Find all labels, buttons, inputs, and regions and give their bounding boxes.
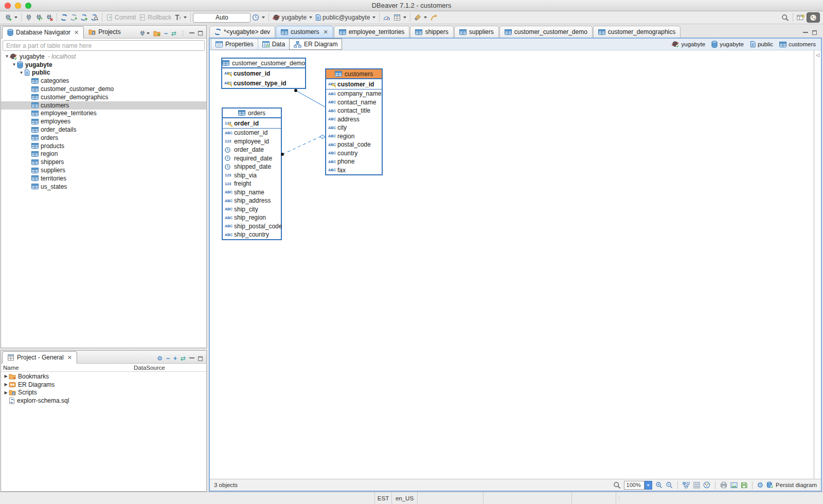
entity-customer_customer_demo[interactable]: customer_customer_demoABCcustomer_idABCc… bbox=[221, 58, 306, 89]
dropdown-caret-icon[interactable] bbox=[14, 16, 17, 19]
entity-column-required_date[interactable]: required_date bbox=[223, 154, 281, 163]
grid-visibility-button[interactable] bbox=[693, 481, 700, 489]
print-button[interactable] bbox=[720, 481, 727, 489]
expander-icon[interactable]: ▼ bbox=[4, 54, 10, 59]
zoom-level-combo[interactable]: 100%▾ bbox=[624, 481, 652, 490]
link-with-editor-icon[interactable]: ⇄ bbox=[171, 30, 176, 37]
dropdown-caret-icon[interactable] bbox=[309, 16, 312, 19]
tree-item-employees[interactable]: employees bbox=[1, 117, 206, 125]
tree-item-suppliers[interactable]: suppliers bbox=[1, 166, 206, 174]
collapse-all-icon[interactable]: − bbox=[166, 355, 170, 362]
palette-strip[interactable]: ◁ bbox=[814, 50, 821, 479]
tree-item-yugabyte[interactable]: ▼yugabyte- localhost bbox=[1, 52, 206, 61]
locale-indicator[interactable]: en_US bbox=[392, 492, 418, 504]
dropdown-caret-icon[interactable] bbox=[372, 16, 375, 19]
link-with-editor-icon[interactable]: ⇄ bbox=[181, 355, 186, 362]
dropdown-caret-icon[interactable] bbox=[184, 16, 187, 19]
maximize-panel-icon[interactable] bbox=[198, 31, 203, 35]
tab-customer-demographics[interactable]: customer_demographics bbox=[593, 26, 681, 38]
gear-icon[interactable]: ⚙ bbox=[157, 355, 163, 362]
expand-palette-icon[interactable]: ◁ bbox=[816, 53, 819, 479]
connect-button[interactable] bbox=[24, 12, 34, 23]
tab-shippers[interactable]: shippers bbox=[410, 26, 453, 38]
org-chart-button[interactable] bbox=[683, 482, 690, 489]
tree-item-customer_customer_demo[interactable]: customer_customer_demo bbox=[1, 85, 206, 93]
maximize-window-button[interactable] bbox=[25, 3, 31, 9]
magnifier-button[interactable] bbox=[613, 481, 621, 489]
results-layout-button[interactable] bbox=[392, 12, 408, 23]
project-item-explorr-schema.sql[interactable]: explorr-schema.sql bbox=[1, 397, 206, 405]
connection-selector-button[interactable]: yugabyte bbox=[271, 12, 314, 23]
entity-column-customer_id[interactable]: ABCcustomer_id bbox=[222, 68, 305, 78]
entity-column-country[interactable]: ABCcountry bbox=[326, 149, 382, 158]
tree-item-shippers[interactable]: shippers bbox=[1, 158, 206, 166]
minimize-panel-icon[interactable] bbox=[189, 32, 194, 33]
minimize-panel-icon[interactable] bbox=[189, 357, 194, 358]
entity-header[interactable]: orders bbox=[223, 109, 281, 118]
expander-icon[interactable]: ▼ bbox=[11, 62, 17, 67]
entity-column-order_id[interactable]: 123order_id bbox=[223, 118, 281, 128]
tree-item-customer_demographics[interactable]: customer_demographics bbox=[1, 93, 206, 101]
project-item-Bookmarks[interactable]: ▶Bookmarks bbox=[1, 372, 206, 381]
persist-diagram-button[interactable]: Persist diagram bbox=[766, 481, 817, 489]
table-filter-input[interactable] bbox=[3, 40, 205, 51]
minimize-panel-icon[interactable] bbox=[803, 31, 808, 33]
transaction-mode-button[interactable] bbox=[173, 12, 188, 23]
expand-icon[interactable]: + bbox=[173, 355, 177, 362]
disconnect-button[interactable] bbox=[44, 12, 55, 23]
dashboard-button[interactable] bbox=[382, 12, 392, 23]
close-window-button[interactable] bbox=[5, 3, 11, 9]
commit-button[interactable]: Commit bbox=[104, 12, 137, 23]
new-connection-button[interactable] bbox=[3, 12, 19, 23]
dbeaver-menu-button[interactable] bbox=[807, 12, 820, 23]
new-sql-editor-button[interactable] bbox=[59, 12, 69, 23]
tree-item-categories[interactable]: categories bbox=[1, 77, 206, 85]
relation-line[interactable] bbox=[282, 137, 320, 154]
entity-column-contact_title[interactable]: ABCcontact_title bbox=[326, 106, 382, 115]
subtab-er-diagram[interactable]: ER Diagram bbox=[289, 39, 342, 50]
tab-project-general[interactable]: Project - General ✕ bbox=[2, 351, 77, 364]
notation-button[interactable] bbox=[703, 481, 710, 489]
new-folder-icon[interactable] bbox=[153, 30, 160, 37]
entity-column-ship_via[interactable]: 123ship_via bbox=[223, 171, 281, 180]
tab-database-navigator[interactable]: Database Navigator ✕ bbox=[2, 26, 84, 39]
transaction-log-button[interactable] bbox=[251, 12, 266, 23]
tree-item-region[interactable]: region bbox=[1, 150, 206, 158]
entity-column-address[interactable]: ABCaddress bbox=[326, 115, 382, 124]
entity-column-company_name[interactable]: ABCcompany_name bbox=[326, 89, 382, 98]
tab-customers[interactable]: customers✕ bbox=[276, 26, 333, 38]
tab-employee-territories[interactable]: employee_territories bbox=[334, 26, 410, 38]
collapse-all-icon[interactable]: − bbox=[164, 30, 168, 37]
statusbar-drag-handle[interactable]: ⋮ bbox=[616, 492, 622, 504]
entity-column-ship_name[interactable]: ABCship_name bbox=[223, 188, 281, 197]
previous-element-button[interactable] bbox=[428, 12, 439, 23]
new-connection-icon[interactable] bbox=[139, 30, 150, 37]
entity-column-ship_region[interactable]: ABCship_region bbox=[223, 213, 281, 222]
entity-column-postal_code[interactable]: ABCpostal_code bbox=[326, 140, 382, 149]
entity-column-city[interactable]: ABCcity bbox=[326, 123, 382, 132]
minimize-window-button[interactable] bbox=[15, 3, 21, 9]
dropdown-caret-icon[interactable] bbox=[424, 16, 427, 19]
tree-item-territories[interactable]: territories bbox=[1, 174, 206, 183]
breadcrumb-customers[interactable]: customers bbox=[779, 41, 816, 47]
entity-header[interactable]: customers bbox=[326, 69, 382, 79]
entity-column-employee_id[interactable]: 123employee_id bbox=[223, 137, 281, 146]
entity-column-customer_id[interactable]: ABCcustomer_id bbox=[326, 79, 382, 89]
tab-sql-dev[interactable]: *<yugabyte> dev bbox=[209, 26, 275, 38]
relation-line[interactable] bbox=[296, 91, 325, 107]
tab-customer-customer-demo[interactable]: customer_customer_demo bbox=[499, 26, 593, 38]
subtab-properties[interactable]: Properties bbox=[211, 39, 258, 50]
tree-item-products[interactable]: products bbox=[1, 142, 206, 150]
entity-header[interactable]: customer_customer_demo bbox=[222, 59, 305, 68]
new-sql-script-button[interactable] bbox=[79, 12, 90, 23]
dropdown-caret-icon[interactable] bbox=[262, 16, 265, 19]
tree-item-yugabyte[interactable]: ▼yugabyte bbox=[1, 61, 206, 69]
tree-item-us_states[interactable]: us_states bbox=[1, 183, 206, 191]
open-sql-script-button[interactable] bbox=[69, 12, 79, 23]
entity-column-ship_address[interactable]: ABCship_address bbox=[223, 196, 281, 205]
entity-column-phone[interactable]: ABCphone bbox=[326, 157, 382, 166]
breadcrumb-yugabyte[interactable]: yugabyte bbox=[672, 41, 706, 48]
entity-column-ship_country[interactable]: ABCship_country bbox=[223, 230, 281, 239]
rollback-button[interactable]: Rollback bbox=[137, 12, 173, 23]
export-image-button[interactable] bbox=[730, 482, 738, 489]
